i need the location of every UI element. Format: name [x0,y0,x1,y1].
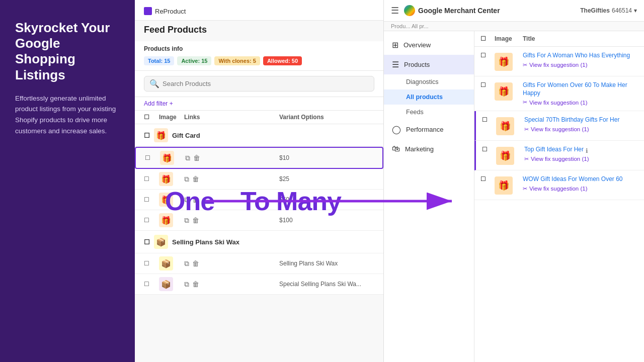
row-actions: ⧉ 🗑 [185,154,279,162]
info-icon[interactable]: ℹ [586,147,588,154]
delete-icon[interactable]: 🗑 [192,196,199,204]
row-check[interactable]: ☐ [482,116,496,123]
row-check[interactable]: ☐ [144,217,159,224]
fix-suggestion-link[interactable]: ✂ View fix suggestion (1) [523,62,638,68]
row-check[interactable]: ☐ [480,52,495,59]
gmc-product-row: ☐ 🎁 Special 70Th Birthday Gifts For Her … [474,111,644,141]
row-price: $25 [279,175,374,183]
gmc-product-row: ☐ 🎁 Gifts For A Woman Who Has Everything… [474,47,644,76]
product-row: ☐ 📦 ⧉ 🗑 Selling Plans Ski Wax [135,253,383,274]
col-check: ☐ [144,114,159,121]
gmc-main: ☐ Image Title ☐ 🎁 Gifts For A Woman Who … [474,31,644,362]
sidebar-item-label: Performance [406,126,443,133]
fix-suggestion-link[interactable]: ✂ View fix suggestion (1) [523,186,638,192]
breadcrumb: Produ... All pr... [384,22,644,31]
products-subnav: Diagnostics All products Feeds [384,74,474,120]
gmc-product-row: ☐ 🎁 Top Gift Ideas For Her ℹ ✂ View fix … [474,141,644,170]
row-price: $10 [279,154,373,161]
product-thumb: 📦 [159,277,173,291]
badge-allowed: Allowed: 50 [263,56,302,65]
product-thumb: 🎁 [496,147,514,165]
row-check[interactable]: ☐ [480,175,495,183]
table-body: ☐ 🎁 Gift Card ☐ 🎁 ⧉ 🗑 $10 ☐ 🎁 ⧉ 🗑 $25 ☐ … [135,124,383,362]
subnav-diagnostics[interactable]: Diagnostics [384,74,474,89]
delete-icon[interactable]: 🗑 [192,280,199,288]
gmc-logo: Google Merchant Center [404,5,500,16]
col-links: Links [184,114,279,121]
copy-icon[interactable]: ⧉ [184,280,189,289]
brand-bar: ReProduct [144,7,374,20]
row-price: $100 [279,217,374,224]
row-price: Selling Plans Ski Wax [279,260,374,267]
copy-icon[interactable]: ⧉ [185,154,190,162]
gmc-account-name: TheGifties [580,7,610,14]
product-thumb: 🎁 [495,53,513,71]
section-thumb: 📦 [154,235,168,249]
row-check[interactable]: ☐ [480,81,495,88]
gmc-title: Google Merchant Center [418,7,500,15]
search-input[interactable] [163,80,369,87]
subnav-feeds[interactable]: Feeds [384,105,474,120]
copy-icon[interactable]: ⧉ [184,259,189,268]
gmc-account: TheGifties 646514 ▾ [580,7,637,14]
gmc-product-row: ☐ 🎁 Gifts For Women Over 60 To Make Her … [474,76,644,111]
search-input-wrap[interactable]: 🔍 [144,76,374,92]
fix-label: View fix suggestion (1) [529,62,587,68]
overview-icon: ⊞ [392,40,398,50]
brand-icon [144,7,152,15]
add-filter-button[interactable]: Add filter + [135,97,383,111]
center-panel: ReProduct Feed Products Products info To… [135,0,384,362]
copy-icon[interactable]: ⧉ [184,175,189,184]
fix-label: View fix suggestion (1) [531,156,589,162]
gmc-header: ☰ Google Merchant Center TheGifties 6465… [384,0,644,22]
fix-suggestion-link[interactable]: ✂ View fix suggestion (1) [524,156,638,162]
gmc-table-header: ☐ Image Title [474,31,644,47]
row-actions: ⧉ 🗑 [184,280,279,289]
delete-icon[interactable]: 🗑 [192,259,199,267]
delete-icon[interactable]: 🗑 [192,216,199,224]
copy-icon[interactable]: ⧉ [184,196,189,204]
product-info: Gifts For A Woman Who Has Everything ✂ V… [523,52,638,68]
left-panel: Skyrocket Your Google Shopping Listings … [0,0,135,362]
row-check[interactable]: ☐ [482,146,496,153]
gmc-sidebar: ⊞ Overview ☰ Products Diagnostics All pr… [384,31,474,362]
delete-icon[interactable]: 🗑 [193,154,200,162]
product-thumb: 🎁 [160,151,174,165]
col-title: Title [523,35,638,42]
sidebar-item-performance[interactable]: ◯ Performance [384,120,474,139]
fix-suggestion-link[interactable]: ✂ View fix suggestion (1) [523,99,638,106]
hamburger-icon[interactable]: ☰ [391,5,399,16]
product-thumb: 🎁 [159,213,173,227]
delete-icon[interactable]: 🗑 [192,175,199,183]
products-icon: ☰ [392,60,399,69]
row-check[interactable]: ☐ [144,175,159,183]
product-row: ☐ 🎁 ⧉ 🗑 $100 [135,210,383,231]
row-price: $50 [279,196,374,203]
copy-icon[interactable]: ⧉ [184,216,189,225]
row-check[interactable]: ☐ [145,154,160,161]
fix-suggestion-link[interactable]: ✂ View fix suggestion (1) [524,126,638,133]
sidebar-item-overview[interactable]: ⊞ Overview [384,35,474,55]
row-actions: ⧉ 🗑 [184,216,279,225]
row-actions: ⧉ 🗑 [184,196,279,204]
gmc-logo-icon [404,5,415,16]
search-icon: 🔍 [149,79,159,88]
product-row: ☐ 📦 ⧉ 🗑 Special Selling Plans Ski Wa... [135,274,383,295]
chevron-down-icon[interactable]: ▾ [634,7,637,14]
product-title: Special 70Th Birthday Gifts For Her [524,116,638,124]
row-check[interactable]: ☐ [144,196,159,203]
sidebar-item-products[interactable]: ☰ Products [384,55,474,74]
subnav-all-products[interactable]: All products [384,89,474,105]
row-check[interactable]: ☐ [144,260,159,267]
sidebar-item-label: Overview [404,41,431,49]
hero-heading: Skyrocket Your Google Shopping Listings [15,20,120,83]
badge-active: Active: 15 [177,56,211,65]
product-row: ☐ 🎁 ⧉ 🗑 $10 [135,147,383,169]
product-thumb: 🎁 [495,176,513,195]
product-thumb: 🎁 [159,193,173,207]
fix-icon: ✂ [523,186,527,192]
row-check[interactable]: ☐ [144,281,159,288]
sidebar-item-marketing[interactable]: 🛍 Marketing [384,139,474,158]
product-info: Special 70Th Birthday Gifts For Her ✂ Vi… [524,116,638,133]
badge-clones: With clones: 5 [214,56,260,65]
